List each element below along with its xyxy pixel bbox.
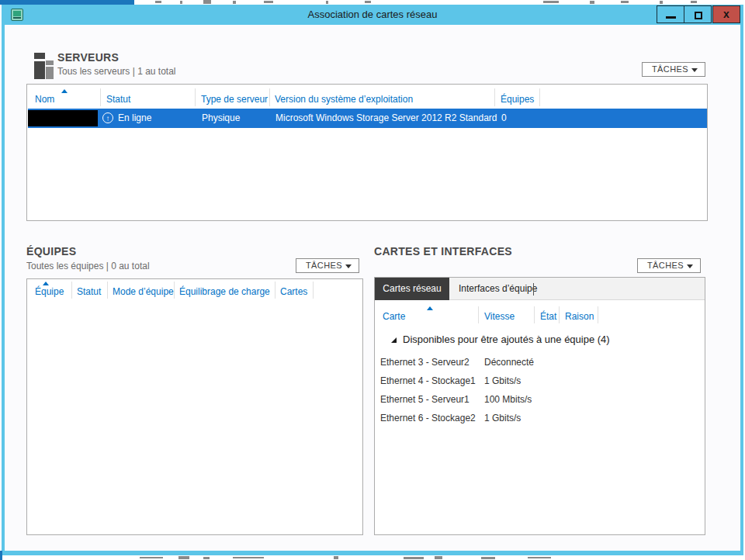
teams-table: Équipe Statut Mode d’équipe Équilibrage … (26, 278, 363, 535)
teams-heading: ÉQUIPES (26, 245, 76, 258)
tab-cartes-reseau[interactable]: Cartes réseau (375, 278, 449, 300)
chevron-down-icon (687, 264, 693, 268)
server-row[interactable]: ↑ En ligne Physique Microsoft Windows St… (28, 109, 707, 128)
close-button[interactable]: x (712, 5, 740, 23)
adapters-col-raison[interactable]: Raison (565, 311, 594, 322)
chevron-down-icon (345, 264, 352, 268)
server-status: En ligne (118, 112, 151, 123)
adapter-speed: Déconnecté (484, 357, 534, 368)
servers-col-equipes[interactable]: Équipes (501, 94, 534, 105)
servers-col-nom[interactable]: Nom (35, 94, 54, 105)
servers-icon (34, 53, 45, 79)
servers-icon-part (46, 60, 54, 79)
minimize-button[interactable] (657, 5, 684, 23)
teams-col-statut[interactable]: Statut (77, 286, 101, 297)
adapter-speed: 100 Mbits/s (484, 394, 532, 405)
servers-col-type[interactable]: Type de serveur (201, 94, 268, 105)
servers-table: Nom Statut Type de serveur Version du sy… (26, 84, 708, 221)
servers-tasks-label: TÂCHES (652, 64, 688, 74)
adapter-name: Ethernet 5 - Serveur1 (380, 394, 470, 405)
adapters-col-etat[interactable]: État (540, 311, 556, 322)
servers-tasks-button[interactable]: TÂCHES (642, 62, 705, 77)
adapters-col-carte[interactable]: Carte (383, 311, 405, 322)
servers-col-statut[interactable]: Statut (106, 94, 130, 105)
adapters-panel: Cartes réseau Interfaces d’équipe Carte … (374, 277, 705, 535)
group-expander-icon (391, 337, 397, 343)
screen: Association de cartes réseau x SERVEURS … (0, 0, 745, 560)
maximize-button[interactable] (684, 5, 712, 23)
server-name-redacted (28, 110, 98, 126)
adapter-row[interactable]: Ethernet 3 - Serveur2 Déconnecté (376, 353, 704, 372)
adapter-speed: 1 Gbits/s (484, 375, 521, 386)
sort-asc-icon (43, 282, 49, 285)
maximize-icon (695, 12, 702, 19)
adapters-tabstrip: Cartes réseau Interfaces d’équipe (375, 278, 705, 300)
servers-subtitle: Tous les serveurs | 1 au total (57, 66, 176, 77)
adapter-speed: 1 Gbits/s (484, 413, 521, 423)
server-os-version: Microsoft Windows Storage Server 2012 R2… (275, 112, 497, 123)
adapter-row[interactable]: Ethernet 5 - Serveur1 100 Mbits/s (376, 390, 704, 409)
sort-asc-icon (61, 89, 68, 93)
teams-subtitle: Toutes les équipes | 0 au total (26, 261, 150, 271)
status-online-icon: ↑ (102, 112, 113, 123)
adapter-name: Ethernet 4 - Stockage1 (380, 375, 476, 386)
server-type: Physique (202, 112, 240, 123)
sort-asc-icon (427, 306, 433, 310)
teams-col-equilibrage[interactable]: Équilibrage de charge (179, 286, 270, 297)
adapter-row[interactable]: Ethernet 6 - Stockage2 1 Gbits/s (376, 409, 704, 427)
tab-interfaces-equipe[interactable]: Interfaces d’équipe (459, 278, 537, 300)
teams-col-mode[interactable]: Mode d’équipe (113, 286, 174, 297)
adapters-tasks-button[interactable]: TÂCHES (637, 258, 701, 273)
titlebar[interactable]: Association de cartes réseau x (5, 5, 740, 25)
server-teams-count: 0 (501, 112, 507, 123)
teams-tasks-button[interactable]: TÂCHES (296, 258, 359, 273)
window-title: Association de cartes réseau (5, 9, 740, 20)
adapters-tasks-label: TÂCHES (647, 261, 684, 270)
adapters-heading: CARTES ET INTERFACES (374, 245, 512, 258)
adapter-group-header[interactable]: Disponibles pour être ajoutés à une équi… (403, 334, 610, 345)
adapter-name: Ethernet 3 - Serveur2 (380, 357, 470, 368)
servers-col-version[interactable]: Version du système d’exploitation (275, 94, 413, 105)
tab-divider (533, 283, 534, 296)
teams-tasks-label: TÂCHES (306, 261, 342, 270)
teams-col-cartes[interactable]: Cartes (280, 286, 307, 297)
servers-heading: SERVEURS (57, 51, 119, 64)
nic-teaming-window: Association de cartes réseau x SERVEURS … (2, 5, 743, 555)
adapter-name: Ethernet 6 - Stockage2 (380, 413, 476, 423)
adapter-row[interactable]: Ethernet 4 - Stockage1 1 Gbits/s (376, 372, 704, 390)
minimize-icon (666, 16, 676, 19)
adapters-col-vitesse[interactable]: Vitesse (484, 311, 515, 322)
teams-col-equipe[interactable]: Équipe (35, 286, 64, 297)
chevron-down-icon (691, 68, 698, 72)
